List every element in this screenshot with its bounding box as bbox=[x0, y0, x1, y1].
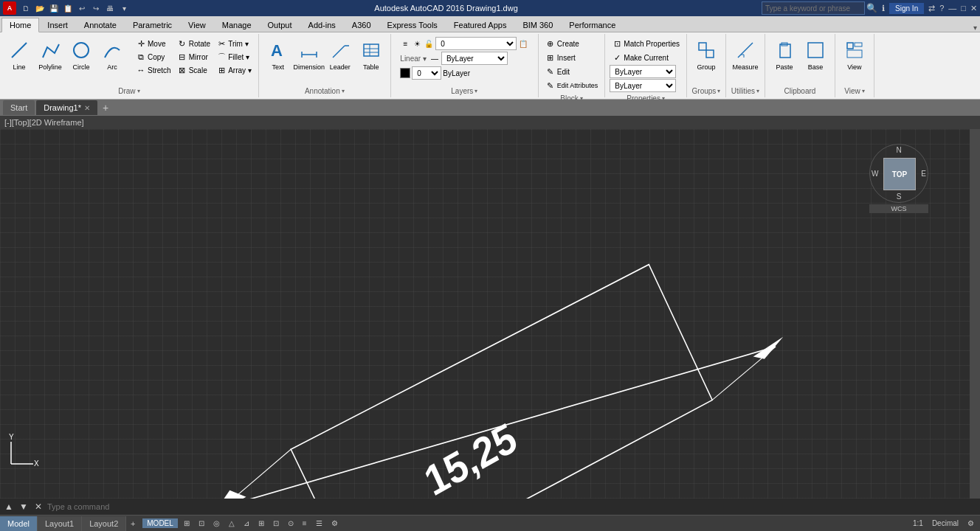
match-properties-btn[interactable]: ⊡Match Properties bbox=[610, 37, 682, 50]
edit-attributes-btn[interactable]: ✎Edit Attributes bbox=[543, 79, 601, 92]
layout-tab-model[interactable]: Model bbox=[0, 516, 38, 531]
layers-expand-icon[interactable]: ▾ bbox=[475, 88, 477, 94]
layers-icon[interactable]: ≡ bbox=[400, 38, 410, 49]
line-btn[interactable]: Line bbox=[4, 37, 34, 81]
tab-performance[interactable]: Performance bbox=[561, 17, 624, 32]
tab-featured[interactable]: Featured Apps bbox=[446, 17, 515, 32]
arc-btn[interactable]: Arc bbox=[97, 37, 127, 81]
redo-btn[interactable]: ↪ bbox=[89, 1, 103, 15]
settings-btn[interactable]: ⚙ bbox=[965, 518, 977, 530]
vertical-scrollbar[interactable] bbox=[970, 129, 980, 499]
make-current-btn[interactable]: ✓Make Current bbox=[610, 51, 671, 64]
trim-btn[interactable]: ✂Trim ▾ bbox=[214, 37, 254, 50]
bylayer-selector2[interactable]: ByLayer bbox=[610, 79, 676, 92]
insert-block-btn[interactable]: ⊞Insert bbox=[543, 51, 578, 64]
maximize-btn[interactable]: □ bbox=[961, 4, 966, 13]
osnap-btn[interactable]: ⊿ bbox=[241, 518, 252, 530]
draw-expand-icon[interactable]: ▾ bbox=[137, 88, 140, 94]
grid-btn[interactable]: ⊞ bbox=[181, 518, 193, 530]
layout-tab-layout1[interactable]: Layout1 bbox=[38, 516, 82, 531]
tab-output[interactable]: Output bbox=[260, 17, 300, 32]
dimension-btn[interactable]: Dimension bbox=[294, 37, 324, 81]
mirror-btn[interactable]: ⊟Mirror bbox=[175, 50, 213, 63]
bylayer-selector[interactable]: ByLayer bbox=[610, 65, 676, 78]
new-file-btn[interactable]: 🗋 bbox=[19, 1, 32, 15]
ortho-btn[interactable]: ◎ bbox=[210, 518, 223, 530]
create-block-btn[interactable]: ⊕Create bbox=[543, 37, 582, 50]
info-btn[interactable]: ℹ bbox=[882, 4, 885, 13]
layer-lock-icon[interactable]: 🔓 bbox=[424, 38, 434, 49]
layer-selector[interactable]: 0 bbox=[435, 37, 517, 50]
tp-btn[interactable]: ⚙ bbox=[328, 518, 341, 530]
tab-insert[interactable]: Insert bbox=[39, 17, 76, 32]
doc-tab-drawing1[interactable]: Drawing1* ✕ bbox=[36, 100, 97, 115]
ribbon-collapse-btn[interactable]: ▾ bbox=[973, 24, 977, 32]
save-btn[interactable]: 💾 bbox=[47, 1, 61, 15]
layout-tab-layout2[interactable]: Layout2 bbox=[82, 516, 126, 531]
plot-btn[interactable]: 🖶 bbox=[103, 1, 117, 15]
view-expand-icon[interactable]: ▾ bbox=[862, 88, 865, 94]
tab-parametric[interactable]: Parametric bbox=[125, 17, 180, 32]
tab-manage[interactable]: Manage bbox=[214, 17, 260, 32]
tab-addins[interactable]: Add-ins bbox=[300, 17, 344, 32]
linetype-icon[interactable]: — bbox=[429, 53, 440, 63]
annotation-expand-icon[interactable]: ▾ bbox=[342, 88, 345, 94]
layer-freeze-icon[interactable]: ☀ bbox=[412, 38, 422, 49]
copy-btn[interactable]: ⧉Copy bbox=[134, 50, 173, 63]
undo-btn[interactable]: ↩ bbox=[75, 1, 89, 15]
ducs-btn[interactable]: ⊙ bbox=[285, 518, 297, 530]
tab-view[interactable]: View bbox=[180, 17, 214, 32]
3dosnap-btn[interactable]: ⊞ bbox=[255, 518, 267, 530]
groups-expand-icon[interactable]: ▾ bbox=[717, 88, 720, 94]
command-input[interactable] bbox=[47, 502, 977, 511]
edit-block-btn[interactable]: ✎Edit bbox=[543, 65, 572, 78]
circle-btn[interactable]: Circle bbox=[66, 37, 96, 81]
array-btn[interactable]: ⊞Array ▾ bbox=[214, 63, 254, 77]
table-btn[interactable]: Table bbox=[356, 37, 386, 81]
utilities-expand-icon[interactable]: ▾ bbox=[756, 88, 759, 94]
measure-btn[interactable]: Measure bbox=[731, 37, 760, 81]
tab-bim360[interactable]: BIM 360 bbox=[514, 17, 561, 32]
leader-btn[interactable]: Leader bbox=[325, 37, 355, 81]
scale-btn[interactable]: ⊠Scale bbox=[175, 63, 213, 77]
rotate-btn[interactable]: ↻Rotate bbox=[175, 37, 213, 50]
cmd-scroll-down[interactable]: ▼ bbox=[18, 501, 30, 513]
search-icon[interactable]: 🔍 bbox=[866, 3, 877, 13]
polar-btn[interactable]: △ bbox=[226, 518, 238, 530]
base-btn[interactable]: Base bbox=[801, 37, 830, 81]
stretch-btn[interactable]: ↔Stretch bbox=[134, 63, 173, 77]
tab-annotate[interactable]: Annotate bbox=[76, 17, 125, 32]
save-as-btn[interactable]: 📋 bbox=[61, 1, 75, 15]
unit-btn[interactable]: Decimal bbox=[929, 518, 962, 530]
add-layout-btn[interactable]: + bbox=[126, 517, 139, 530]
lw-btn[interactable]: ☰ bbox=[313, 518, 325, 530]
color-selector[interactable]: ByLayer bbox=[441, 52, 508, 65]
paste-btn[interactable]: Paste bbox=[770, 37, 799, 81]
drawing-canvas[interactable]: 15,25 bbox=[0, 129, 980, 499]
close-btn[interactable]: ✕ bbox=[970, 4, 977, 13]
minimize-btn[interactable]: — bbox=[948, 4, 956, 13]
help-btn[interactable]: ? bbox=[939, 4, 944, 13]
canvas-area[interactable]: 15,25 N S E W TOP WCS X bbox=[0, 129, 980, 499]
dyn-btn[interactable]: ≡ bbox=[300, 518, 310, 530]
polyline-btn[interactable]: Polyline bbox=[35, 37, 65, 81]
snap-btn[interactable]: ⊡ bbox=[196, 518, 207, 530]
tab-home[interactable]: Home bbox=[1, 18, 39, 32]
tab-express[interactable]: Express Tools bbox=[379, 17, 446, 32]
group-btn[interactable]: Group bbox=[691, 37, 721, 81]
cmd-close[interactable]: ✕ bbox=[32, 501, 44, 513]
move-btn[interactable]: ✛Move bbox=[134, 37, 173, 50]
viewcube-face[interactable]: TOP bbox=[883, 158, 916, 190]
cmd-scroll-up[interactable]: ▲ bbox=[3, 501, 15, 513]
scale-btn[interactable]: 1:1 bbox=[910, 518, 926, 530]
open-btn[interactable]: 📂 bbox=[33, 1, 46, 15]
viewcube[interactable]: N S E W TOP WCS bbox=[869, 144, 928, 218]
fillet-btn[interactable]: ⌒Fillet ▾ bbox=[214, 50, 254, 63]
lineweight-selector[interactable]: 0 bbox=[412, 66, 441, 80]
view-btn[interactable]: View bbox=[840, 37, 869, 81]
search-input[interactable] bbox=[762, 1, 865, 15]
layer-new-icon[interactable]: 📋 bbox=[518, 38, 528, 49]
qa-dropdown-btn[interactable]: ▾ bbox=[117, 1, 131, 15]
otrack-btn[interactable]: ⊡ bbox=[270, 518, 282, 530]
tab-a360[interactable]: A360 bbox=[344, 17, 379, 32]
